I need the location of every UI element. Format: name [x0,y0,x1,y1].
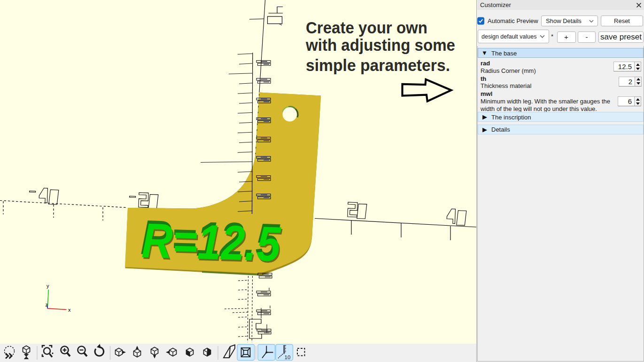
svg-text:simple parameters.: simple parameters. [306,56,450,74]
svg-text:10: 10 [285,354,291,360]
svg-text:with adjusting some: with adjusting some [305,36,455,54]
svg-text:x: x [68,307,71,313]
svg-text:y: y [47,283,49,289]
svg-text:z: z [46,302,48,307]
svg-text:R=12.5: R=12.5 [141,213,282,271]
svg-text:Create your own: Create your own [306,19,427,37]
